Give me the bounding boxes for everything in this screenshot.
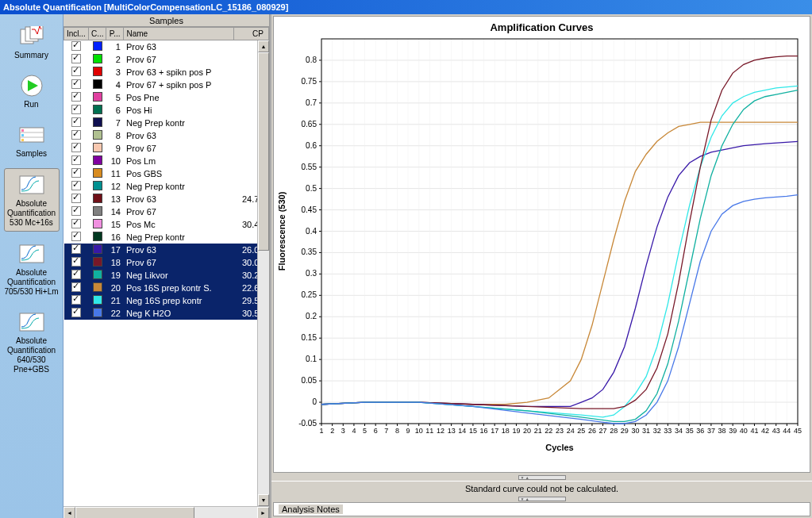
table-row[interactable]: 1Prov 63: [64, 40, 269, 53]
svg-text:32: 32: [653, 427, 661, 435]
scroll-up-button[interactable]: ▲: [258, 40, 269, 52]
sidebar-item-abs-quant-530[interactable]: Absolute Quantification 530 Mc+16s: [4, 168, 60, 232]
svg-text:0.7: 0.7: [306, 98, 317, 107]
table-row[interactable]: 19Neg Likvor30.20: [64, 269, 269, 282]
table-row[interactable]: 13Prov 6324.72: [64, 193, 269, 205]
include-checkbox[interactable]: [71, 219, 81, 228]
include-checkbox[interactable]: [71, 232, 81, 241]
svg-text:0.25: 0.25: [302, 290, 317, 299]
include-checkbox[interactable]: [71, 295, 81, 305]
include-checkbox[interactable]: [71, 308, 81, 317]
sidebar-item-run[interactable]: Run: [4, 70, 60, 113]
table-row[interactable]: 16Neg Prep kontr: [64, 231, 269, 244]
svg-text:44: 44: [783, 427, 791, 435]
table-row[interactable]: 2Prov 67: [64, 53, 269, 66]
table-row[interactable]: 11Pos GBS: [64, 167, 269, 180]
pos-cell: 1: [106, 40, 124, 53]
scroll-left-button[interactable]: ◄: [63, 507, 75, 519]
table-row[interactable]: 14Prov 67: [64, 205, 269, 218]
pos-cell: 15: [106, 218, 124, 231]
include-checkbox[interactable]: [71, 117, 81, 127]
table-row[interactable]: 5Pos Pne: [64, 91, 269, 104]
amplification-chart[interactable]: Amplification Curves -0.0500.050.10.150.…: [273, 16, 810, 473]
color-swatch: [93, 219, 102, 228]
include-checkbox[interactable]: [71, 105, 81, 114]
color-swatch: [93, 79, 102, 89]
pos-cell: 12: [106, 180, 124, 193]
horizontal-scrollbar[interactable]: ◄ ►: [63, 506, 269, 518]
table-row[interactable]: 12Neg Prep kontr: [64, 180, 269, 193]
table-row[interactable]: 4Prov 67 + spikn pos P: [64, 79, 269, 91]
scroll-right-button[interactable]: ►: [257, 507, 269, 519]
vertical-scrollbar[interactable]: ▲ ▼: [257, 40, 269, 506]
include-checkbox[interactable]: [71, 257, 81, 267]
include-checkbox[interactable]: [71, 92, 81, 102]
table-row[interactable]: 15Pos Mc30.48: [64, 218, 269, 231]
include-checkbox[interactable]: [71, 270, 81, 279]
include-checkbox[interactable]: [71, 181, 81, 190]
splitter[interactable]: ▼ ▲: [271, 474, 812, 481]
svg-text:0.5: 0.5: [306, 184, 317, 193]
col-cp[interactable]: CP: [234, 28, 269, 40]
include-checkbox[interactable]: [71, 130, 81, 140]
sidebar-item-abs-quant-640[interactable]: Absolute Quantification 640/530 Pne+GBS: [4, 306, 60, 378]
scroll-thumb[interactable]: [258, 52, 269, 251]
table-row[interactable]: 9Prov 67: [64, 142, 269, 155]
col-pos[interactable]: P...: [106, 28, 124, 40]
table-row[interactable]: 22Neg K H2O30.52: [64, 307, 269, 320]
pos-cell: 5: [106, 91, 124, 104]
scroll-down-button[interactable]: ▼: [258, 494, 269, 506]
include-checkbox[interactable]: [71, 155, 81, 165]
col-color[interactable]: C...: [88, 28, 106, 40]
splitter2[interactable]: ▼ ▲: [271, 496, 812, 502]
svg-text:0.4: 0.4: [306, 227, 317, 236]
name-cell: Pos GBS: [124, 167, 234, 180]
name-cell: Prov 67 + spikn pos P: [124, 79, 234, 91]
name-cell: Neg 16S prep kontr: [124, 294, 234, 307]
sidebar-item-abs-quant-705[interactable]: Absolute Quantification 705/530 Hi+Lm: [4, 238, 60, 300]
table-row[interactable]: 6Pos Hi: [64, 104, 269, 117]
pos-cell: 2: [106, 53, 124, 66]
color-swatch: [93, 181, 102, 190]
include-checkbox[interactable]: [71, 41, 81, 51]
include-checkbox[interactable]: [71, 67, 81, 76]
col-include[interactable]: Incl...: [64, 28, 89, 40]
title-bar: Absolute Quantification [MultiColorCompe…: [0, 0, 812, 14]
sidebar-item-summary[interactable]: Summary: [4, 21, 60, 63]
svg-text:0.55: 0.55: [302, 163, 317, 171]
svg-text:3: 3: [341, 427, 345, 435]
samples-table[interactable]: Incl... C... P... Name CP 1Prov 632Prov …: [63, 27, 269, 506]
table-row[interactable]: 3Prov 63 + spikn pos P: [64, 66, 269, 79]
table-row[interactable]: 21Neg 16S prep kontr29.58: [64, 294, 269, 307]
table-row[interactable]: 7Neg Prep kontr: [64, 117, 269, 129]
table-row[interactable]: 8Prov 63: [64, 129, 269, 142]
include-checkbox[interactable]: [71, 206, 81, 216]
include-checkbox[interactable]: [71, 79, 81, 89]
name-cell: Prov 63 + spikn pos P: [124, 66, 234, 79]
include-checkbox[interactable]: [71, 143, 81, 152]
color-swatch: [93, 257, 102, 267]
svg-text:Cycles: Cycles: [545, 443, 573, 452]
include-checkbox[interactable]: [71, 282, 81, 292]
include-checkbox[interactable]: [71, 54, 81, 63]
include-checkbox[interactable]: [71, 194, 81, 203]
color-swatch: [93, 244, 102, 254]
include-checkbox[interactable]: [71, 168, 81, 178]
scroll-thumb-h[interactable]: [75, 507, 194, 519]
sidebar-item-samples[interactable]: Samples: [4, 119, 60, 162]
name-cell: Pos Pne: [124, 91, 234, 104]
chart-title: Amplification Curves: [274, 17, 810, 35]
svg-text:0.15: 0.15: [302, 333, 317, 342]
svg-text:0.65: 0.65: [302, 120, 317, 129]
include-checkbox[interactable]: [71, 244, 81, 254]
col-name[interactable]: Name: [124, 28, 234, 40]
color-swatch: [93, 67, 102, 76]
analysis-notes[interactable]: Analysis Notes: [273, 502, 810, 516]
table-row[interactable]: 20Pos 16S prep kontr S.22.69: [64, 282, 269, 294]
table-row[interactable]: 17Prov 6326.00: [64, 244, 269, 256]
svg-text:24: 24: [567, 427, 575, 435]
table-row[interactable]: 18Prov 6730.01: [64, 256, 269, 269]
table-row[interactable]: 10Pos Lm: [64, 155, 269, 167]
svg-text:0.2: 0.2: [306, 312, 317, 320]
svg-text:11: 11: [425, 427, 433, 435]
